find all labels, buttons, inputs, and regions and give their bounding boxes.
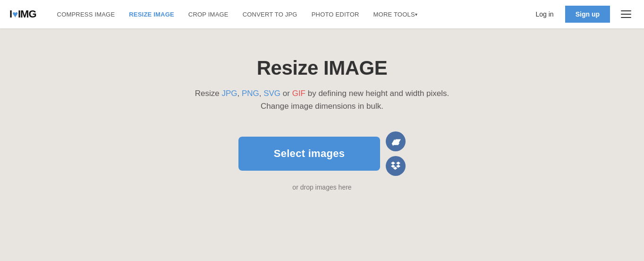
subtitle-start: Resize	[195, 89, 222, 98]
nav-photo-editor[interactable]: PHOTO EDITOR	[305, 0, 366, 28]
subtitle-comma1: ,	[237, 89, 241, 98]
page-title: Resize IMAGE	[257, 57, 387, 79]
subtitle-svg[interactable]: SVG	[263, 89, 280, 98]
nav-more-tools[interactable]: MORE TOOLS	[367, 0, 424, 28]
logo-img: IMG	[18, 8, 36, 20]
logo[interactable]: I♥IMG	[9, 8, 36, 20]
subtitle-line2: Change image dimensions in bulk.	[261, 102, 383, 111]
signup-button[interactable]: Sign up	[565, 6, 610, 23]
dropbox-icon	[390, 161, 401, 171]
google-drive-button[interactable]	[386, 131, 406, 151]
select-images-button[interactable]: Select images	[238, 137, 380, 171]
upload-row: Select images	[238, 131, 406, 176]
logo-i: I	[9, 8, 12, 20]
subtitle-gif[interactable]: GIF	[292, 89, 305, 98]
logo-text: I♥IMG	[9, 8, 36, 20]
upload-area: Select images or drop image	[238, 131, 406, 191]
header-actions: Log in Sign up	[529, 6, 635, 23]
cloud-icons	[386, 131, 406, 176]
google-drive-icon	[390, 136, 401, 147]
hamburger-line-3	[621, 17, 631, 18]
drop-hint: or drop images here	[292, 183, 351, 191]
hamburger-line-2	[621, 14, 631, 15]
subtitle: Resize JPG, PNG, SVG or GIF by defining …	[195, 87, 449, 113]
subtitle-comma2: ,	[259, 89, 263, 98]
logo-heart: ♥	[12, 9, 17, 20]
subtitle-jpg[interactable]: JPG	[221, 89, 237, 98]
main-content: Resize IMAGE Resize JPG, PNG, SVG or GIF…	[0, 28, 644, 191]
header: I♥IMG COMPRESS IMAGE RESIZE IMAGE CROP I…	[0, 0, 644, 28]
nav-compress[interactable]: COMPRESS IMAGE	[51, 0, 122, 28]
subtitle-end: by defining new height and width pixels.	[305, 89, 449, 98]
nav-crop[interactable]: CROP IMAGE	[182, 0, 235, 28]
hamburger-line-1	[621, 10, 631, 11]
nav-convert[interactable]: CONVERT TO JPG	[236, 0, 304, 28]
subtitle-or: or	[280, 89, 292, 98]
dropbox-button[interactable]	[386, 156, 406, 176]
hamburger-menu[interactable]	[618, 6, 635, 23]
login-button[interactable]: Log in	[529, 7, 560, 22]
subtitle-png[interactable]: PNG	[242, 89, 259, 98]
main-nav: COMPRESS IMAGE RESIZE IMAGE CROP IMAGE C…	[51, 0, 529, 28]
nav-resize[interactable]: RESIZE IMAGE	[122, 0, 181, 28]
